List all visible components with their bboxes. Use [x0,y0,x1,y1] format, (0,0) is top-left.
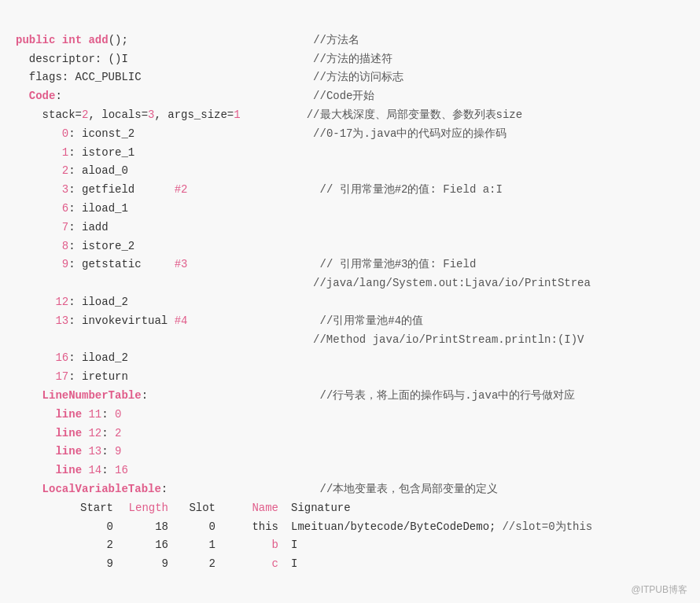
row1-length: 16 [126,536,181,555]
stack-value: 2 [82,108,88,121]
row0-comment: //slot=0为this [502,518,592,537]
row0-slot: 0 [181,518,228,537]
row1-slot: 1 [181,536,228,555]
comment-descriptor: //方法的描述符 [313,53,392,65]
line-16: 16: iload_2 [16,351,128,364]
line-9-cont: //java/lang/System.out:Ljava/io/PrintStr… [16,277,591,289]
ref-4: #4 [175,314,188,327]
line-public-int-add: public int add(); //方法名 [16,34,359,46]
offset-13: 13 [55,314,68,327]
comment-0-17: //0-17为.java中的代码对应的操作码 [313,127,507,140]
offset-17: 17 [55,370,68,383]
line-6: 6: iload_1 [16,202,128,215]
row0-start: 0 [63,518,126,537]
comment-ref2: // 引用常量池#2的值: Field a:I [319,183,502,196]
line-flags: flags: ACC_PUBLIC //方法的访问标志 [16,71,403,83]
line13-num: 13 [88,445,101,458]
line12-num: 12 [88,427,101,439]
local-var-table: Start Length Slot Name Signature 0 18 0 … [63,499,684,574]
keyword-code: Code [29,90,56,102]
line-line11: line 11: 0 [16,408,121,421]
line-17: 17: ireturn [16,370,128,383]
local-var-row-0: 0 18 0 this Lmeituan/bytecode/ByteCodeDe… [63,518,684,537]
line-8: 8: istore_2 [16,240,134,252]
line11-offset: 0 [115,408,121,421]
offset-0: 0 [62,127,68,140]
keyword-linenumbertable: LineNumberTable [42,389,142,402]
line-1: 1: istore_1 [16,146,134,159]
line-stack: stack=2, locals=3, args_size=1 //最大栈深度、局… [16,108,522,121]
line13-offset: 9 [115,445,121,458]
offset-3: 3 [62,183,68,196]
line-descriptor: descriptor: ()I //方法的描述符 [16,53,392,65]
comment-localvariabletable: //本地变量表，包含局部变量的定义 [319,483,498,495]
line-0: 0: iconst_2 //0-17为.java中的代码对应的操作码 [16,127,507,140]
offset-8: 8 [62,240,68,252]
comment-stack: //最大栈深度、局部变量数、参数列表size [307,108,522,121]
line11-num: 11 [88,408,101,421]
row0-length: 18 [126,518,181,537]
comment-code: //Code开始 [313,90,374,102]
row2-signature: I [291,555,297,574]
args-size-value: 1 [234,108,240,121]
keyword-int: int [62,34,82,46]
keyword-localvariabletable: LocalVariableTable [42,483,161,495]
offset-16: 16 [55,351,68,364]
line-7: 7: iadd [16,221,109,233]
offset-12: 12 [55,296,68,308]
row2-length: 9 [126,555,181,574]
keyword-line3: line [55,445,82,458]
line-13-cont: //Method java/io/PrintStream.println:(I)… [16,333,584,346]
local-var-header: Start Length Slot Name Signature [63,499,684,518]
header-start: Start [63,499,126,518]
offset-1: 1 [62,146,68,159]
line12-offset: 2 [115,427,121,439]
code-block: public int add(); //方法名 descriptor: ()I … [16,13,684,499]
header-length: Length [126,499,181,518]
line-localvariabletable: LocalVariableTable: //本地变量表，包含局部变量的定义 [16,483,498,495]
row1-name: b [228,536,291,555]
comment-method-name: //方法名 [313,34,359,46]
comment-linenumbertable: //行号表，将上面的操作码与.java中的行号做对应 [319,389,575,402]
comment-ref3-line2: //java/lang/System.out:Ljava/io/PrintStr… [313,277,591,289]
offset-6: 6 [62,202,68,215]
watermark: @ITPUB博客 [631,583,687,597]
line-code: Code: //Code开始 [16,90,375,102]
offset-7: 7 [62,221,68,233]
header-slot: Slot [181,499,228,518]
ref-3: #3 [175,258,188,270]
line-line12: line 12: 2 [16,427,121,439]
ref-2: #2 [175,183,188,196]
line-line13: line 13: 9 [16,445,121,458]
keyword-public: public [16,34,55,46]
line-12: 12: iload_2 [16,296,128,308]
comment-ref4-line2: //Method java/io/PrintStream.println:(I)… [313,333,584,346]
comment-flags: //方法的访问标志 [313,71,403,83]
line-2: 2: aload_0 [16,164,128,177]
row2-slot: 2 [181,555,228,574]
row0-signature: Lmeituan/bytecode/ByteCodeDemo; [291,518,496,537]
local-var-row-1: 2 16 1 b I [63,536,684,555]
row1-start: 2 [63,536,126,555]
header-name: Name [228,499,291,518]
line-9: 9: getstatic #3 // 引用常量池#3的值: Field [16,258,476,270]
line14-num: 14 [88,464,101,476]
comment-ref4-line1: //引用常量池#4的值 [320,314,424,327]
locals-value: 3 [148,108,154,121]
offset-2: 2 [62,164,68,177]
row2-name: c [228,555,291,574]
header-signature: Signature [291,499,351,518]
method-name-add: add [88,34,108,46]
line-linenumbertable: LineNumberTable: //行号表，将上面的操作码与.java中的行号… [16,389,575,402]
row0-name: this [228,518,291,537]
keyword-line2: line [55,427,82,439]
line14-offset: 16 [115,464,128,476]
row2-start: 9 [63,555,126,574]
keyword-line4: line [55,464,82,476]
keyword-line: line [55,408,82,421]
offset-9: 9 [62,258,68,270]
row1-signature: I [291,536,297,555]
line-3: 3: getfield #2 // 引用常量池#2的值: Field a:I [16,183,503,196]
local-var-row-2: 9 9 2 c I [63,555,684,574]
line-line14: line 14: 16 [16,464,128,476]
